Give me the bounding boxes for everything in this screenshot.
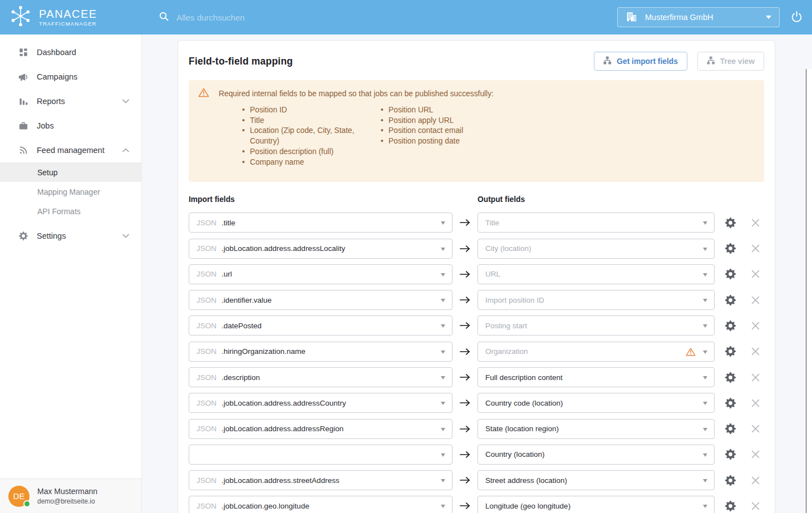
output-field-select[interactable]: Longitude (geo longitude) [478, 496, 715, 513]
alert-bullet: Position ID [242, 105, 356, 116]
sidebar-item-setup[interactable]: Setup [0, 162, 141, 182]
row-remove-x-icon[interactable] [751, 398, 760, 408]
import-field-select[interactable]: JSON .hiringOrganization.name [189, 342, 452, 362]
output-field-select[interactable]: Title [478, 213, 715, 233]
row-settings-gear-icon[interactable] [725, 423, 736, 435]
get-import-fields-button[interactable]: Get import fields [594, 52, 687, 71]
import-format-prefix: JSON [196, 476, 216, 485]
output-field-select[interactable]: Country code (location) [478, 393, 715, 413]
output-field-value: Country code (location) [485, 399, 563, 407]
row-remove-x-icon[interactable] [751, 501, 760, 511]
import-field-select[interactable]: JSON .url [189, 264, 452, 284]
chevron-down-icon [441, 453, 445, 457]
import-field-select[interactable]: JSON .identifier.value [189, 290, 452, 310]
row-settings-gear-icon[interactable] [725, 320, 736, 332]
sidebar-item-mapping-manager[interactable]: Mapping Manager [0, 182, 141, 201]
import-format-prefix: JSON [196, 425, 216, 433]
output-field-select[interactable]: URL [478, 264, 715, 284]
output-field-value: Import position ID [485, 296, 544, 304]
import-field-select[interactable]: JSON .jobLocation.address.addressCountry [189, 393, 452, 413]
chevron-down-icon [703, 273, 707, 277]
import-field-select[interactable]: JSON .jobLocation.geo.longitude [189, 496, 452, 513]
row-remove-x-icon[interactable] [751, 218, 760, 228]
import-field-path: .jobLocation.address.addressRegion [222, 425, 343, 433]
avatar-initials: DE [13, 491, 25, 501]
row-settings-gear-icon[interactable] [725, 346, 736, 357]
logout-button[interactable] [790, 10, 803, 25]
sidebar-item-label: Settings [37, 231, 66, 240]
output-field-select[interactable]: Import position ID [478, 290, 715, 310]
output-field-select[interactable]: Street address (location) [478, 470, 715, 490]
sidebar-item-settings[interactable]: Settings [0, 224, 141, 248]
chevron-down-icon [703, 221, 707, 225]
sidebar-item-label: Feed management [37, 146, 105, 155]
chevron-down-icon [441, 248, 445, 251]
alert-bullet: Company name [242, 157, 356, 168]
row-remove-x-icon[interactable] [751, 321, 760, 331]
row-settings-gear-icon[interactable] [725, 294, 736, 306]
row-remove-x-icon[interactable] [751, 424, 760, 433]
import-format-prefix: JSON [196, 373, 216, 382]
output-field-select[interactable]: Full description content [478, 367, 715, 387]
sidebar-item-dashboard[interactable]: Dashboard [0, 40, 141, 65]
row-remove-x-icon[interactable] [751, 373, 760, 382]
scrollbar[interactable] [806, 69, 812, 513]
sidebar-item-jobs[interactable]: Jobs [0, 114, 141, 138]
output-field-select[interactable]: Organization [478, 342, 715, 362]
row-remove-x-icon[interactable] [751, 295, 760, 305]
row-remove-x-icon[interactable] [751, 450, 760, 459]
import-field-select[interactable]: JSON .title [189, 213, 452, 233]
row-settings-gear-icon[interactable] [725, 448, 736, 460]
output-field-select[interactable]: City (location) [478, 239, 715, 259]
row-settings-gear-icon[interactable] [725, 217, 736, 229]
alert-bullet: Title [242, 116, 356, 126]
chevron-down-icon [122, 99, 129, 103]
row-settings-gear-icon[interactable] [725, 372, 736, 383]
row-settings-gear-icon[interactable] [725, 397, 736, 409]
mapping-row: Country (location) [189, 445, 764, 465]
bar-chart-icon [18, 96, 28, 106]
map-arrow-icon [452, 425, 478, 433]
company-selector[interactable]: Musterfirma GmbH [617, 7, 780, 27]
sidebar-item-feed-management[interactable]: Feed management [0, 138, 141, 162]
mapping-rows: JSON .title Title [189, 213, 764, 513]
row-remove-x-icon[interactable] [751, 269, 760, 279]
output-field-select[interactable]: Posting start [478, 315, 715, 336]
import-field-select[interactable]: JSON .jobLocation.address.addressLocalit… [189, 239, 452, 259]
import-field-select[interactable]: JSON .jobLocation.address.addressRegion [189, 419, 452, 439]
import-field-select[interactable]: JSON .jobLocation.address.streetAddress [189, 470, 452, 490]
map-arrow-icon [452, 219, 478, 226]
row-remove-x-icon[interactable] [751, 476, 760, 485]
sitemap-icon [603, 56, 612, 66]
brand-name: PANACEE [39, 8, 97, 19]
output-field-value: Organization [485, 347, 528, 356]
row-remove-x-icon[interactable] [751, 347, 760, 356]
panacee-star-icon [9, 4, 32, 30]
sidebar-item-api-formats[interactable]: API Formats [0, 201, 141, 221]
power-icon [790, 10, 803, 25]
import-field-select[interactable] [189, 445, 452, 465]
sidebar-item-reports[interactable]: Reports [0, 89, 141, 114]
output-field-select[interactable]: State (location region) [478, 419, 715, 439]
chevron-down-icon [441, 351, 445, 354]
tree-view-button[interactable]: Tree view [697, 52, 764, 71]
output-field-select[interactable]: Country (location) [478, 445, 715, 465]
chevron-down-icon [703, 402, 707, 405]
row-remove-x-icon[interactable] [751, 244, 760, 253]
mapping-row: JSON .jobLocation.address.addressRegion … [189, 419, 764, 439]
search-input[interactable] [176, 13, 410, 22]
row-settings-gear-icon[interactable] [725, 500, 736, 512]
user-profile[interactable]: DE Max Mustermann demo@breitseite.io [0, 479, 141, 513]
chevron-down-icon [766, 16, 771, 19]
import-field-select[interactable]: JSON .datePosted [189, 315, 452, 336]
row-settings-gear-icon[interactable] [725, 475, 736, 486]
row-settings-gear-icon[interactable] [725, 268, 736, 280]
output-field-value: Country (location) [485, 450, 545, 458]
row-settings-gear-icon[interactable] [725, 243, 736, 254]
import-format-prefix: JSON [196, 296, 216, 304]
avatar[interactable]: DE [8, 486, 29, 507]
import-field-select[interactable]: JSON .description [189, 367, 452, 387]
map-arrow-icon [452, 245, 478, 253]
sidebar-item-campaigns[interactable]: Campaigns [0, 65, 141, 89]
map-arrow-icon [452, 399, 478, 407]
